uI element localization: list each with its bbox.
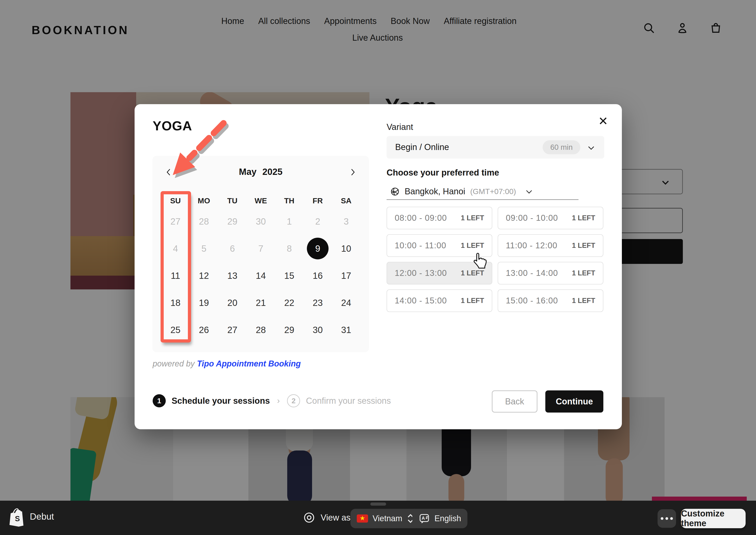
calendar-day[interactable]: 27 xyxy=(218,316,247,343)
calendar-day: 8 xyxy=(275,235,304,262)
calendar-day[interactable]: 26 xyxy=(190,316,218,343)
country-name: Vietnam xyxy=(373,514,402,523)
time-slot-availability: 1 LEFT xyxy=(461,241,484,250)
variant-duration-badge: 60 min xyxy=(543,140,580,154)
drag-handle[interactable] xyxy=(370,502,386,506)
close-icon[interactable]: ✕ xyxy=(595,113,611,129)
calendar-day: 28 xyxy=(190,208,218,235)
calendar-day[interactable]: 20 xyxy=(218,289,247,316)
vietnam-flag-icon: ★ xyxy=(357,515,368,522)
calendar-day: 3 xyxy=(332,208,361,235)
time-slot[interactable]: 08:00 - 09:001 LEFT xyxy=(387,207,492,229)
calendar-day[interactable]: 14 xyxy=(247,262,275,289)
calendar-day[interactable]: 22 xyxy=(275,289,304,316)
weekday-header: WE xyxy=(247,193,275,208)
view-as-control[interactable]: View as xyxy=(303,512,350,524)
time-slot[interactable]: 14:00 - 15:001 LEFT xyxy=(387,290,492,312)
calendar-day[interactable]: 21 xyxy=(247,289,275,316)
calendar-day[interactable]: 25 xyxy=(161,316,190,343)
calendar-day-number: 23 xyxy=(313,298,323,308)
time-slot-range: 11:00 - 12:00 xyxy=(506,241,557,250)
calendar-day-number: 4 xyxy=(173,243,178,254)
time-slot[interactable]: 12:00 - 13:001 LEFT xyxy=(387,262,492,284)
translate-icon: A xyxy=(418,513,430,524)
calendar-day[interactable]: 29 xyxy=(275,316,304,343)
time-slot-availability: 1 LEFT xyxy=(572,269,595,277)
shopify-logo-icon: S xyxy=(8,507,28,529)
calendar-day-number: 3 xyxy=(344,216,349,227)
more-options-button[interactable] xyxy=(658,509,676,528)
step-1-circle: 1 xyxy=(153,394,166,408)
calendar-day-number: 9 xyxy=(307,238,329,259)
calendar-day-number: 18 xyxy=(171,298,181,308)
time-slot-grid: 08:00 - 09:001 LEFT09:00 - 10:001 LEFT10… xyxy=(387,207,603,312)
variant-label: Variant xyxy=(387,122,413,132)
continue-button[interactable]: Continue xyxy=(545,390,603,412)
calendar-month-year: May2025 xyxy=(152,167,369,177)
calendar-day-number: 28 xyxy=(256,325,266,335)
calendar-day: 4 xyxy=(161,235,190,262)
calendar-next-icon[interactable] xyxy=(345,165,360,180)
calendar-day-number: 13 xyxy=(228,271,237,281)
calendar-day-number: 26 xyxy=(199,325,209,335)
time-slot[interactable]: 11:00 - 12:001 LEFT xyxy=(498,234,603,257)
calendar-day[interactable]: 11 xyxy=(161,262,190,289)
calendar-day: 7 xyxy=(247,235,275,262)
time-slot-range: 13:00 - 14:00 xyxy=(506,268,558,278)
timezone-offset: (GMT+07:00) xyxy=(470,187,516,196)
timezone-selector[interactable]: Bangkok, Hanoi (GMT+07:00) xyxy=(387,184,579,200)
calendar-day[interactable]: 28 xyxy=(247,316,275,343)
calendar-day[interactable]: 13 xyxy=(218,262,247,289)
variant-value: Begin / Online xyxy=(395,142,449,152)
time-slot-range: 10:00 - 11:00 xyxy=(395,241,446,250)
calendar-day-selected[interactable]: 9 xyxy=(304,235,332,262)
calendar-day[interactable]: 18 xyxy=(161,289,190,316)
time-slot-availability: 1 LEFT xyxy=(572,214,595,222)
tipo-link[interactable]: Tipo Appointment Booking xyxy=(197,359,301,368)
calendar-day-number: 5 xyxy=(202,243,206,254)
time-slot[interactable]: 15:00 - 16:001 LEFT xyxy=(498,290,603,312)
time-slot[interactable]: 10:00 - 11:001 LEFT xyxy=(387,234,492,257)
country-selector[interactable]: ★ Vietnam xyxy=(350,509,421,528)
svg-text:A: A xyxy=(421,516,425,521)
calendar-day[interactable]: 30 xyxy=(304,316,332,343)
calendar-day[interactable]: 16 xyxy=(304,262,332,289)
page: BOOKNATION HomeAll collectionsAppointmen… xyxy=(0,0,756,535)
time-slot-availability: 1 LEFT xyxy=(461,269,484,277)
calendar-day[interactable]: 15 xyxy=(275,262,304,289)
calendar-day-number: 8 xyxy=(287,243,292,254)
calendar-day: 6 xyxy=(218,235,247,262)
calendar-day: 27 xyxy=(161,208,190,235)
time-slot-range: 12:00 - 13:00 xyxy=(395,268,447,278)
variant-selector[interactable]: Begin / Online 60 min xyxy=(387,136,604,158)
back-button[interactable]: Back xyxy=(492,390,537,412)
calendar-day-number: 27 xyxy=(171,216,181,227)
calendar-day-number: 11 xyxy=(171,271,180,281)
calendar-day[interactable]: 17 xyxy=(332,262,361,289)
calendar-day-number: 22 xyxy=(284,298,294,308)
calendar-day-number: 6 xyxy=(230,243,235,254)
step-1-label: Schedule your sessions xyxy=(172,396,270,406)
language-selector[interactable]: A English xyxy=(412,509,468,528)
calendar-day[interactable]: 24 xyxy=(332,289,361,316)
calendar-day-number: 10 xyxy=(341,243,351,254)
view-as-label: View as xyxy=(321,513,350,522)
calendar-day: 30 xyxy=(247,208,275,235)
time-slot[interactable]: 09:00 - 10:001 LEFT xyxy=(498,207,603,229)
chevron-down-icon xyxy=(525,187,534,196)
customize-theme-button[interactable]: Customize theme xyxy=(681,509,745,528)
powered-by: powered by Tipo Appointment Booking xyxy=(153,359,301,369)
calendar-day[interactable]: 19 xyxy=(190,289,218,316)
calendar-day[interactable]: 23 xyxy=(304,289,332,316)
calendar-day[interactable]: 12 xyxy=(190,262,218,289)
calendar-day: 2 xyxy=(304,208,332,235)
timezone-city: Bangkok, Hanoi xyxy=(405,186,465,196)
calendar-day: 1 xyxy=(275,208,304,235)
calendar-day[interactable]: 31 xyxy=(332,316,361,343)
time-slot-availability: 1 LEFT xyxy=(572,296,595,305)
globe-icon xyxy=(390,187,400,196)
calendar-day-number: 29 xyxy=(228,216,237,227)
calendar-day[interactable]: 10 xyxy=(332,235,361,262)
time-slot[interactable]: 13:00 - 14:001 LEFT xyxy=(498,262,603,284)
calendar-day: 29 xyxy=(218,208,247,235)
